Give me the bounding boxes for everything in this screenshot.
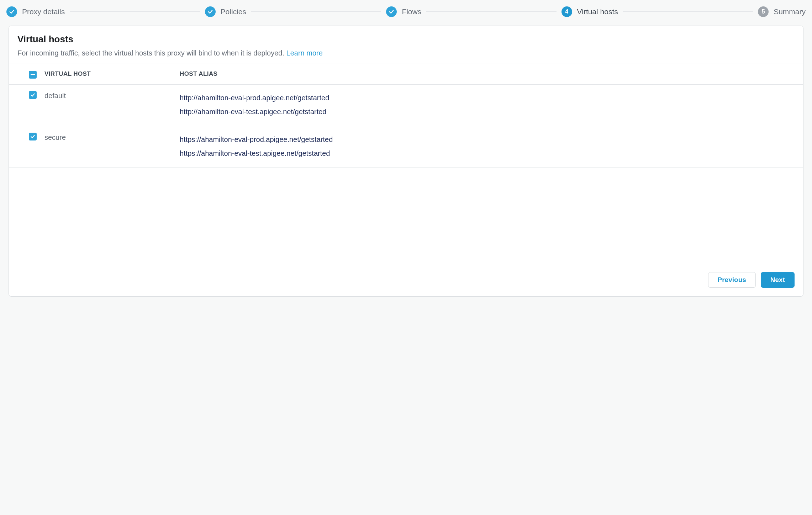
host-alias: https://ahamilton-eval-test.apigee.net/g… bbox=[180, 147, 803, 160]
check-icon bbox=[386, 6, 397, 17]
learn-more-link[interactable]: Learn more bbox=[286, 49, 323, 57]
step-connector bbox=[623, 11, 753, 12]
step-policies[interactable]: Policies bbox=[205, 6, 246, 17]
wizard-stepper: Proxy details Policies Flows 4 Virtual h… bbox=[0, 0, 812, 17]
col-virtual-host: VIRTUAL HOST bbox=[44, 70, 180, 78]
page-title: Virtual hosts bbox=[17, 34, 795, 45]
virtual-host-name: default bbox=[44, 91, 180, 100]
step-summary[interactable]: 5 Summary bbox=[758, 6, 806, 17]
step-flows[interactable]: Flows bbox=[386, 6, 421, 17]
table-header-row: VIRTUAL HOST HOST ALIAS bbox=[9, 64, 803, 85]
card-footer: Previous Next bbox=[9, 272, 803, 296]
step-connector bbox=[426, 11, 556, 12]
check-icon bbox=[30, 134, 35, 139]
page-subtitle: For incoming traffic, select the virtual… bbox=[17, 49, 795, 57]
step-label: Virtual hosts bbox=[577, 7, 618, 16]
table-row: secure https://ahamilton-eval-prod.apige… bbox=[9, 126, 803, 168]
row-checkbox[interactable] bbox=[29, 91, 37, 99]
col-host-alias: HOST ALIAS bbox=[180, 70, 803, 78]
check-icon bbox=[30, 92, 35, 97]
virtual-hosts-table: VIRTUAL HOST HOST ALIAS default http://a… bbox=[9, 64, 803, 168]
step-label: Policies bbox=[221, 7, 246, 16]
host-alias: https://ahamilton-eval-prod.apigee.net/g… bbox=[180, 133, 803, 147]
step-connector bbox=[251, 11, 381, 12]
step-number-badge: 4 bbox=[561, 6, 572, 17]
row-checkbox[interactable] bbox=[29, 133, 37, 140]
table-row: default http://ahamilton-eval-prod.apige… bbox=[9, 85, 803, 126]
previous-button[interactable]: Previous bbox=[708, 272, 756, 288]
next-button[interactable]: Next bbox=[761, 272, 795, 288]
page-subtitle-text: For incoming traffic, select the virtual… bbox=[17, 49, 286, 57]
step-label: Flows bbox=[402, 7, 421, 16]
step-label: Proxy details bbox=[22, 7, 65, 16]
host-alias: http://ahamilton-eval-test.apigee.net/ge… bbox=[180, 105, 803, 119]
step-connector bbox=[70, 11, 200, 12]
step-label: Summary bbox=[774, 7, 806, 16]
virtual-host-name: secure bbox=[44, 133, 180, 142]
card-header: Virtual hosts For incoming traffic, sele… bbox=[9, 26, 803, 64]
indeterminate-icon bbox=[31, 74, 35, 75]
host-alias: http://ahamilton-eval-prod.apigee.net/ge… bbox=[180, 91, 803, 105]
host-alias-cell: https://ahamilton-eval-prod.apigee.net/g… bbox=[180, 133, 803, 160]
step-number-badge: 5 bbox=[758, 6, 769, 17]
check-icon bbox=[6, 6, 17, 17]
host-alias-cell: http://ahamilton-eval-prod.apigee.net/ge… bbox=[180, 91, 803, 119]
step-proxy-details[interactable]: Proxy details bbox=[6, 6, 65, 17]
select-all-checkbox[interactable] bbox=[29, 71, 37, 79]
virtual-hosts-card: Virtual hosts For incoming traffic, sele… bbox=[9, 26, 803, 297]
step-virtual-hosts[interactable]: 4 Virtual hosts bbox=[561, 6, 618, 17]
check-icon bbox=[205, 6, 216, 17]
